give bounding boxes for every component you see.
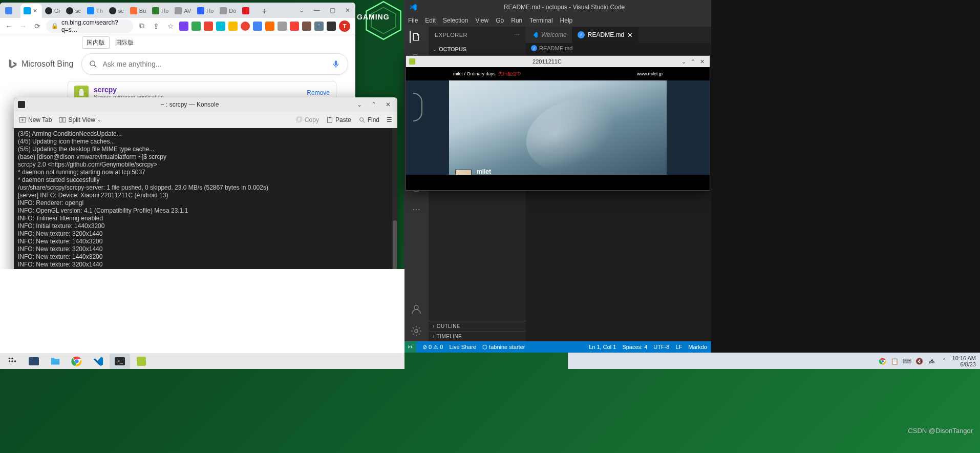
- scrcpy-titlebar[interactable]: 22011211C ⌄ ⌃ ✕: [406, 56, 710, 67]
- tabs-dropdown[interactable]: ⌄: [294, 3, 309, 18]
- ext-icon[interactable]: [204, 22, 213, 31]
- close-button[interactable]: ✕: [383, 99, 393, 110]
- address-bar[interactable]: 🔒 cn.bing.com/search?q=s…: [46, 19, 133, 33]
- chrome-titlebar[interactable]: ✕ Gi sc Th sc Bu Ho AV Ho Do + ⌄ — ▢ ✕: [0, 3, 355, 18]
- remove-suggestion[interactable]: Remove: [307, 89, 330, 96]
- ext-icon[interactable]: [228, 22, 238, 31]
- menu-edit[interactable]: Edit: [425, 17, 436, 24]
- start-button[interactable]: [2, 354, 23, 369]
- profile-avatar[interactable]: T: [339, 20, 350, 32]
- outline-section[interactable]: ›OUTLINE: [429, 321, 526, 331]
- vscode-titlebar[interactable]: README.md - octopus - Visual Studio Code: [404, 0, 711, 14]
- cursor-position[interactable]: Ln 1, Col 1: [589, 344, 616, 350]
- tab-close-icon[interactable]: ✕: [33, 8, 39, 14]
- ext-icon[interactable]: [290, 22, 299, 31]
- menu-help[interactable]: Help: [560, 17, 573, 24]
- ext-icon[interactable]: [241, 22, 250, 31]
- browser-tab[interactable]: AV: [172, 4, 194, 18]
- back-button[interactable]: ←: [3, 20, 14, 32]
- ext-icon[interactable]: [327, 22, 336, 31]
- tray-clipboard-icon[interactable]: 📋: [891, 357, 899, 365]
- tray-keyboard-icon[interactable]: ⌨: [903, 357, 911, 365]
- find-button[interactable]: Find: [358, 116, 379, 123]
- star-icon[interactable]: ☆: [165, 20, 176, 32]
- breadcrumb[interactable]: iREADME.md: [526, 43, 711, 53]
- tab-readme[interactable]: iREADME.md✕: [572, 27, 638, 43]
- lang-cn[interactable]: 国内版: [82, 36, 110, 49]
- more-icon[interactable]: ⋯: [410, 203, 422, 215]
- tray-mute-icon[interactable]: 🔇: [915, 357, 924, 365]
- menu-terminal[interactable]: Terminal: [529, 17, 552, 24]
- live-share[interactable]: Live Share: [449, 344, 476, 350]
- menu-file[interactable]: File: [408, 17, 418, 24]
- project-folder[interactable]: ⌄OCTOPUS: [429, 44, 526, 54]
- menu-run[interactable]: Run: [511, 17, 522, 24]
- language-indicator[interactable]: Markdo: [688, 344, 707, 350]
- close-button[interactable]: ✕: [697, 58, 707, 65]
- search-input[interactable]: [102, 60, 326, 68]
- encoding-indicator[interactable]: UTF-8: [653, 344, 669, 350]
- browser-tab[interactable]: Do: [217, 4, 239, 18]
- eol-indicator[interactable]: LF: [675, 344, 682, 350]
- panel-button[interactable]: [24, 354, 44, 369]
- browser-tab[interactable]: Ho: [149, 4, 172, 18]
- split-view-button[interactable]: Split View⌄: [59, 116, 101, 123]
- remote-indicator[interactable]: [404, 341, 416, 353]
- terminal-button[interactable]: >_: [110, 354, 130, 369]
- ext-icon[interactable]: [216, 22, 225, 31]
- menu-view[interactable]: View: [475, 17, 488, 24]
- tabnine-status[interactable]: ⬡ tabnine starter: [482, 344, 525, 351]
- tray-chrome-icon[interactable]: [879, 357, 887, 365]
- browser-tab-active[interactable]: ✕: [20, 4, 42, 18]
- browser-tab[interactable]: [2, 4, 20, 18]
- ext-icon[interactable]: [253, 22, 262, 31]
- ext-icon[interactable]: [278, 22, 287, 31]
- vscode-button[interactable]: [88, 354, 109, 369]
- browser-tab[interactable]: sc: [106, 4, 127, 18]
- minimize-button[interactable]: ⌄: [679, 58, 688, 65]
- browser-tab[interactable]: Bu: [127, 4, 149, 18]
- new-tab-button[interactable]: New Tab: [19, 116, 52, 123]
- menu-go[interactable]: Go: [496, 17, 504, 24]
- close-button[interactable]: ✕: [340, 3, 355, 18]
- new-tab-button[interactable]: +: [258, 5, 271, 18]
- minimize-button[interactable]: —: [309, 3, 325, 18]
- copy-button[interactable]: Copy: [295, 116, 319, 123]
- maximize-button[interactable]: ⌃: [369, 99, 379, 110]
- tray-network-icon[interactable]: 🖧: [928, 357, 936, 365]
- browser-tab[interactable]: Ho: [194, 4, 217, 18]
- clock[interactable]: 10:16 AM 6/8/23: [952, 355, 976, 367]
- scrcpy-button[interactable]: [131, 354, 152, 369]
- ext-icon[interactable]: [302, 22, 311, 31]
- maximize-button[interactable]: ⌃: [688, 58, 697, 65]
- browser-tab[interactable]: sc: [63, 4, 84, 18]
- files-button[interactable]: [45, 354, 66, 369]
- paste-button[interactable]: Paste: [326, 116, 351, 123]
- browser-tab[interactable]: [239, 4, 258, 18]
- mic-icon[interactable]: [331, 59, 340, 69]
- ext-icon[interactable]: [191, 22, 201, 31]
- minimize-button[interactable]: ⌄: [354, 99, 365, 110]
- explorer-icon[interactable]: [410, 31, 422, 43]
- gear-icon[interactable]: [410, 325, 422, 337]
- account-icon[interactable]: [410, 303, 422, 316]
- browser-tab[interactable]: Gi: [42, 4, 63, 18]
- bing-search-box[interactable]: [81, 53, 348, 75]
- tab-close-icon[interactable]: ✕: [627, 31, 633, 39]
- more-icon[interactable]: ⋯: [514, 32, 520, 38]
- ext-icon[interactable]: [265, 22, 274, 31]
- reader-icon[interactable]: ⧉: [136, 20, 147, 32]
- maximize-button[interactable]: ▢: [325, 3, 340, 18]
- spaces-indicator[interactable]: Spaces: 4: [622, 344, 647, 350]
- lang-intl[interactable]: 国际版: [111, 37, 138, 48]
- timeline-section[interactable]: ›TIMELINE: [429, 331, 526, 341]
- extensions-menu-icon[interactable]: ⋮: [314, 22, 324, 31]
- errors-count[interactable]: ⊘ 0 ⚠ 0: [422, 344, 443, 351]
- konsole-titlebar[interactable]: ~ : scrcpy — Konsole ⌄ ⌃ ✕: [14, 97, 397, 112]
- menu-button[interactable]: ☰: [387, 116, 392, 123]
- tab-welcome[interactable]: Welcome: [526, 27, 572, 43]
- reload-button[interactable]: ⟳: [32, 20, 43, 32]
- bing-logo[interactable]: Microsoft Bing: [7, 58, 73, 70]
- share-icon[interactable]: ⇪: [151, 20, 162, 32]
- forward-button[interactable]: →: [17, 20, 29, 32]
